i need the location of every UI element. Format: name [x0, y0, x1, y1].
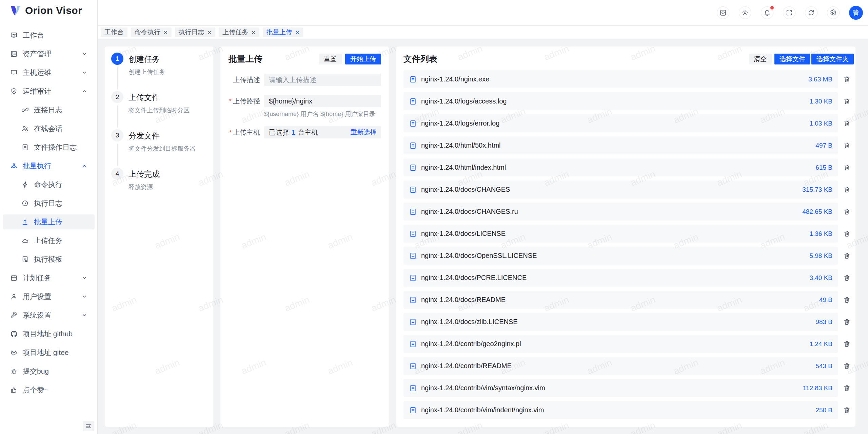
host-selection-field[interactable]: 已选择 1 台主机 重新选择 — [264, 126, 381, 138]
delete-file-button[interactable] — [838, 208, 855, 215]
sidebar-item-scheduled-task[interactable]: 计划任务 — [3, 270, 95, 285]
file-item[interactable]: nginx-1.24.0/contrib/vim/syntax/nginx.vi… — [403, 379, 838, 397]
theme-button[interactable] — [739, 6, 751, 19]
upload-desc-row: 上传描述 — [229, 74, 381, 86]
sidebar-item-exec-log[interactable]: 执行日志 — [3, 196, 95, 211]
upload-desc-input[interactable] — [264, 74, 381, 86]
clear-button[interactable]: 清空 — [749, 54, 772, 64]
step-desc: 将文件上传到临时分区 — [129, 106, 190, 114]
sidebar-item-online-session[interactable]: 在线会话 — [3, 121, 95, 136]
select-file-button[interactable]: 选择文件 — [774, 54, 810, 64]
settings-button[interactable] — [827, 6, 840, 19]
delete-file-button[interactable] — [838, 318, 855, 325]
file-row: nginx-1.24.0/docs/LICENSE 1.36 KB — [403, 225, 855, 243]
host-selected-count: 1 — [292, 129, 295, 136]
file-item[interactable]: nginx-1.24.0/html/index.html 615 B — [403, 158, 838, 176]
user-icon — [10, 293, 18, 300]
sidebar-item-file-op-log[interactable]: 文件操作日志 — [3, 140, 95, 155]
sidebar-item-command-exec[interactable]: 命令执行 — [3, 177, 95, 192]
file-item[interactable]: nginx-1.24.0/contrib/README 543 B — [403, 357, 838, 375]
clock-icon — [21, 200, 29, 207]
tab-upload-task[interactable]: 上传任务✕ — [219, 27, 259, 37]
file-item[interactable]: nginx-1.24.0/html/50x.html 497 B — [403, 136, 838, 154]
sidebar-item-assets[interactable]: 资产管理 — [3, 46, 95, 61]
step-desc: 将文件分发到目标服务器 — [129, 145, 196, 153]
file-size: 983 B — [815, 318, 832, 326]
delete-file-button[interactable] — [838, 76, 855, 83]
delete-file-button[interactable] — [838, 384, 855, 392]
sidebar-item-host-ops[interactable]: 主机运维 — [3, 65, 95, 80]
tab-command-exec[interactable]: 命令执行✕ — [131, 27, 172, 37]
step-create-task: 1 创建任务 创建上传任务 — [105, 53, 213, 91]
upload-path-input[interactable] — [264, 95, 381, 107]
file-item[interactable]: nginx-1.24.0/contrib/vim/indent/nginx.vi… — [403, 401, 838, 419]
file-icon — [409, 296, 417, 304]
notifications-button[interactable] — [761, 6, 773, 19]
file-item[interactable]: nginx-1.24.0/docs/PCRE.LICENCE 3.40 KB — [403, 269, 838, 287]
delete-file-button[interactable] — [838, 407, 855, 414]
sidebar-item-upload-task[interactable]: 上传任务 — [3, 233, 95, 248]
close-icon[interactable]: ✕ — [251, 30, 256, 35]
reselect-hosts-link[interactable]: 重新选择 — [351, 128, 376, 137]
close-icon[interactable]: ✕ — [208, 30, 212, 35]
file-name: nginx-1.24.0/docs/OpenSSL.LICENSE — [421, 252, 537, 260]
sidebar-item-workbench[interactable]: 工作台 — [3, 28, 95, 43]
sidebar-item-system-settings[interactable]: 系统设置 — [3, 308, 95, 323]
sidebar-item-label: 命令执行 — [34, 180, 62, 189]
delete-file-button[interactable] — [838, 142, 855, 149]
sidebar-item-gitee[interactable]: 项目地址 gitee — [3, 345, 95, 360]
tab-batch-upload[interactable]: 批量上传✕ — [263, 27, 303, 37]
file-name: nginx-1.24.0/docs/CHANGES.ru — [421, 208, 518, 215]
delete-file-button[interactable] — [838, 252, 855, 259]
file-item[interactable]: nginx-1.24.0/nginx.exe 3.63 MB — [403, 70, 838, 88]
reset-button[interactable]: 重置 — [319, 54, 342, 64]
fullscreen-button[interactable] — [783, 6, 795, 19]
code-button[interactable] — [717, 6, 729, 19]
start-upload-button[interactable]: 开始上传 — [345, 54, 381, 64]
delete-file-button[interactable] — [838, 362, 855, 370]
sidebar-item-github[interactable]: 项目地址 github — [3, 326, 95, 341]
file-item[interactable]: nginx-1.24.0/docs/CHANGES 315.73 KB — [403, 181, 838, 199]
sidebar-item-like[interactable]: 点个赞~ — [3, 382, 95, 397]
sidebar-item-batch-exec[interactable]: 批量执行 — [3, 158, 95, 173]
sidebar-item-connect-log[interactable]: 连接日志 — [3, 102, 95, 117]
sidebar-item-user-settings[interactable]: 用户设置 — [3, 289, 95, 304]
sidebar-collapse-button[interactable] — [83, 421, 94, 431]
file-item[interactable]: nginx-1.24.0/docs/zlib.LICENSE 983 B — [403, 313, 838, 331]
delete-file-button[interactable] — [838, 164, 855, 171]
step-title: 创建任务 — [129, 54, 165, 64]
close-icon[interactable]: ✕ — [163, 30, 168, 35]
host-icon — [10, 69, 18, 76]
delete-file-button[interactable] — [838, 340, 855, 347]
file-name: nginx-1.24.0/contrib/geo2nginx.pl — [421, 340, 521, 348]
sidebar-item-batch-upload[interactable]: 批量上传 — [3, 214, 95, 229]
chevron-down-icon — [82, 294, 87, 299]
delete-file-button[interactable] — [838, 120, 855, 127]
delete-file-button[interactable] — [838, 296, 855, 303]
tab-exec-log[interactable]: 执行日志✕ — [175, 27, 216, 37]
users-icon — [21, 125, 29, 132]
file-item[interactable]: nginx-1.24.0/docs/LICENSE 1.36 KB — [403, 225, 838, 243]
file-item[interactable]: nginx-1.24.0/logs/access.log 1.30 KB — [403, 92, 838, 110]
tab-workbench[interactable]: 工作台 — [101, 27, 127, 37]
sidebar-item-exec-template[interactable]: 执行模板 — [3, 252, 95, 267]
file-item[interactable]: nginx-1.24.0/contrib/geo2nginx.pl 1.24 K… — [403, 335, 838, 353]
delete-file-button[interactable] — [838, 98, 855, 105]
file-item[interactable]: nginx-1.24.0/logs/error.log 1.03 KB — [403, 114, 838, 132]
sidebar-item-audit[interactable]: 运维审计 — [3, 84, 95, 99]
file-size: 497 B — [815, 142, 832, 149]
delete-file-button[interactable] — [838, 186, 855, 193]
delete-file-button[interactable] — [838, 274, 855, 281]
file-item[interactable]: nginx-1.24.0/docs/OpenSSL.LICENSE 5.98 K… — [403, 247, 838, 265]
sidebar-item-label: 资产管理 — [23, 49, 51, 59]
file-item[interactable]: nginx-1.24.0/docs/CHANGES.ru 482.65 KB — [403, 203, 838, 221]
delete-file-button[interactable] — [838, 230, 855, 237]
sidebar-item-bug[interactable]: 提交bug — [3, 364, 95, 379]
refresh-button[interactable] — [805, 6, 817, 19]
upload-path-label: 上传路径 — [229, 97, 260, 106]
select-folder-button[interactable]: 选择文件夹 — [811, 54, 854, 64]
avatar[interactable]: 管 — [849, 6, 863, 20]
file-item[interactable]: nginx-1.24.0/docs/README 49 B — [403, 291, 838, 309]
file-name: nginx-1.24.0/docs/zlib.LICENSE — [421, 318, 518, 326]
close-icon[interactable]: ✕ — [295, 30, 300, 35]
